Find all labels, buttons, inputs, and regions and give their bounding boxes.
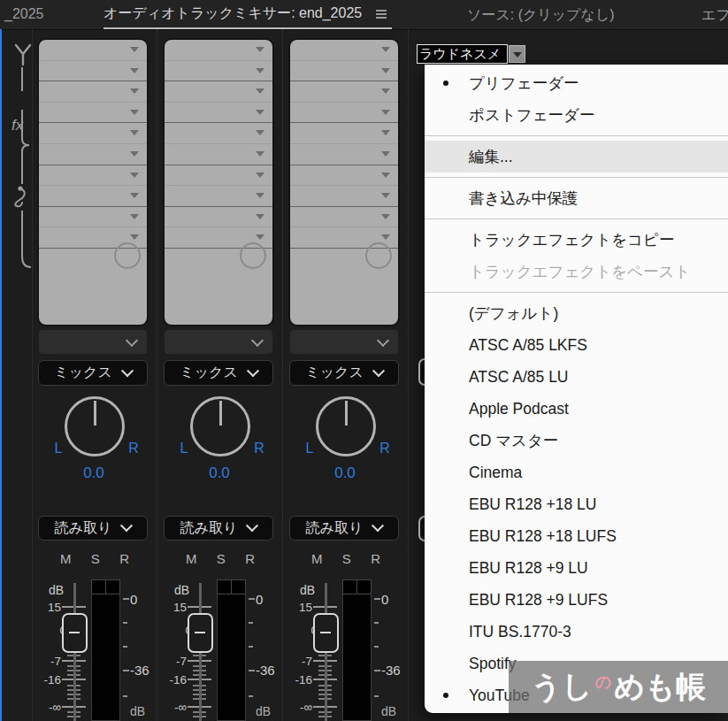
track-output-button[interactable]: ミックス bbox=[38, 360, 148, 386]
meter-tick bbox=[123, 695, 127, 697]
tab-audio-track-mixer[interactable]: オーディオトラックミキサー: end_2025 bbox=[103, 0, 392, 29]
pan-knob[interactable] bbox=[65, 396, 125, 456]
left-rail: fx bbox=[0, 29, 32, 721]
menu-item[interactable]: CD マスター bbox=[425, 425, 728, 456]
tab-right-partial[interactable]: エフ bbox=[701, 6, 728, 25]
watermark-text: めも帳 bbox=[614, 667, 706, 708]
menu-item[interactable]: (デフォルト) bbox=[425, 297, 728, 329]
effect-slot[interactable] bbox=[39, 103, 147, 124]
record-button[interactable]: R bbox=[119, 551, 129, 566]
fader-scale-label: 0 bbox=[282, 624, 318, 637]
watermark: うし の めも帳 bbox=[509, 661, 728, 713]
menu-item-label: ATSC A/85 LKFS bbox=[469, 336, 587, 354]
effect-slot[interactable] bbox=[290, 165, 398, 187]
effect-slot[interactable] bbox=[165, 103, 272, 124]
solo-button[interactable]: S bbox=[217, 551, 226, 566]
send-level-knob[interactable] bbox=[365, 242, 392, 269]
menu-item[interactable]: 編集... bbox=[425, 141, 728, 173]
fader-handle[interactable] bbox=[62, 613, 88, 653]
pan-value[interactable]: 0.0 bbox=[282, 464, 408, 482]
fader-scale-label: -∞ bbox=[31, 701, 61, 714]
fader-handle[interactable] bbox=[188, 613, 213, 653]
effect-slot[interactable] bbox=[290, 40, 398, 61]
write-automation-icon[interactable] bbox=[11, 184, 30, 209]
effect-slot[interactable] bbox=[39, 61, 147, 82]
tab-source[interactable]: ソース: (クリップなし) bbox=[467, 6, 615, 25]
menu-item-label: EBU R128 +9 LU bbox=[469, 559, 588, 577]
automation-mode-button[interactable]: 読み取り bbox=[289, 516, 399, 541]
menu-item[interactable]: トラックエフェクトをコピー bbox=[425, 224, 728, 256]
effect-slot[interactable] bbox=[290, 123, 398, 144]
meter-scale-label: 0 bbox=[381, 592, 388, 607]
effect-slot[interactable] bbox=[290, 144, 398, 165]
effect-slot[interactable] bbox=[290, 61, 398, 82]
menu-item[interactable]: Cinema bbox=[425, 456, 728, 488]
effect-slot[interactable] bbox=[165, 165, 272, 187]
effect-slot-dropdown-button[interactable] bbox=[509, 45, 525, 63]
menu-item[interactable]: ポストフェーダー bbox=[425, 99, 728, 131]
record-button[interactable]: R bbox=[371, 551, 380, 566]
fader-scale-label: -∞ bbox=[157, 701, 187, 714]
mute-button[interactable]: M bbox=[311, 551, 323, 566]
effects-sends-panel bbox=[39, 40, 147, 325]
automation-mode-button[interactable]: 読み取り bbox=[38, 516, 148, 541]
menu-item[interactable]: EBU R128 +9 LU bbox=[425, 552, 728, 584]
pan-knob[interactable] bbox=[190, 396, 250, 456]
assign-dropdown[interactable] bbox=[290, 330, 398, 354]
effect-slot[interactable] bbox=[165, 123, 272, 144]
menu-item[interactable]: プリフェーダー bbox=[425, 67, 728, 99]
fader-handle[interactable] bbox=[313, 613, 339, 653]
triangle-down-icon bbox=[256, 151, 264, 157]
menu-item[interactable]: EBU R128 +9 LUFS bbox=[425, 584, 728, 616]
tab-left-partial[interactable]: _2025 bbox=[4, 6, 44, 22]
triangle-down-icon bbox=[130, 193, 139, 198]
send-level-knob[interactable] bbox=[240, 242, 266, 269]
effect-slot[interactable] bbox=[39, 123, 147, 144]
pan-value[interactable]: 0.0 bbox=[157, 464, 282, 482]
meter-tick bbox=[374, 670, 380, 671]
solo-button[interactable]: S bbox=[342, 551, 351, 566]
effect-slot[interactable] bbox=[165, 61, 272, 82]
effect-slot[interactable] bbox=[39, 165, 147, 187]
record-button[interactable]: R bbox=[245, 551, 255, 566]
menu-item[interactable]: ATSC A/85 LU bbox=[425, 361, 728, 393]
effect-slot[interactable] bbox=[39, 81, 147, 103]
mute-button[interactable]: M bbox=[186, 551, 197, 566]
effect-slot[interactable] bbox=[39, 207, 147, 228]
track-output-button[interactable]: ミックス bbox=[164, 360, 273, 386]
track-output-button[interactable]: ミックス bbox=[289, 360, 399, 386]
effect-slot[interactable] bbox=[165, 144, 272, 165]
send-level-knob[interactable] bbox=[114, 242, 141, 269]
effect-slot[interactable] bbox=[290, 207, 398, 228]
effect-slot[interactable] bbox=[165, 186, 272, 207]
mute-button[interactable]: M bbox=[60, 551, 72, 566]
automation-mode-button[interactable]: 読み取り bbox=[164, 516, 273, 541]
effect-slot[interactable] bbox=[290, 81, 398, 103]
menu-item[interactable]: EBU R128 +18 LU bbox=[425, 488, 728, 520]
menu-item-label: トラックエフェクトをコピー bbox=[469, 231, 674, 249]
menu-item[interactable]: Apple Podcast bbox=[425, 393, 728, 425]
collapse-icon[interactable] bbox=[13, 42, 33, 66]
menu-item[interactable]: EBU R128 +18 LUFS bbox=[425, 520, 728, 552]
triangle-down-icon bbox=[130, 130, 139, 135]
pan-knob[interactable] bbox=[316, 396, 376, 456]
effect-slot[interactable] bbox=[290, 186, 398, 207]
effect-slot[interactable] bbox=[290, 103, 398, 124]
track-output-label: ミックス bbox=[180, 364, 238, 382]
effect-slot-open[interactable]: ラウドネスメ bbox=[417, 44, 526, 65]
assign-dropdown[interactable] bbox=[39, 330, 147, 354]
effect-slot[interactable] bbox=[165, 81, 272, 103]
assign-dropdown[interactable] bbox=[165, 330, 272, 354]
chevron-down-icon bbox=[246, 519, 258, 532]
panel-menu-icon[interactable] bbox=[376, 10, 387, 19]
effect-slot[interactable] bbox=[165, 207, 272, 228]
menu-item[interactable]: ATSC A/85 LKFS bbox=[425, 329, 728, 361]
menu-item[interactable]: 書き込み中保護 bbox=[425, 182, 728, 214]
effect-slot[interactable] bbox=[39, 186, 147, 207]
solo-button[interactable]: S bbox=[91, 551, 100, 566]
effect-slot[interactable] bbox=[39, 144, 147, 165]
effect-slot[interactable] bbox=[39, 40, 147, 61]
menu-item[interactable]: ITU BS.1770-3 bbox=[425, 616, 728, 648]
effect-slot[interactable] bbox=[165, 40, 272, 61]
pan-value[interactable]: 0.0 bbox=[31, 464, 157, 482]
